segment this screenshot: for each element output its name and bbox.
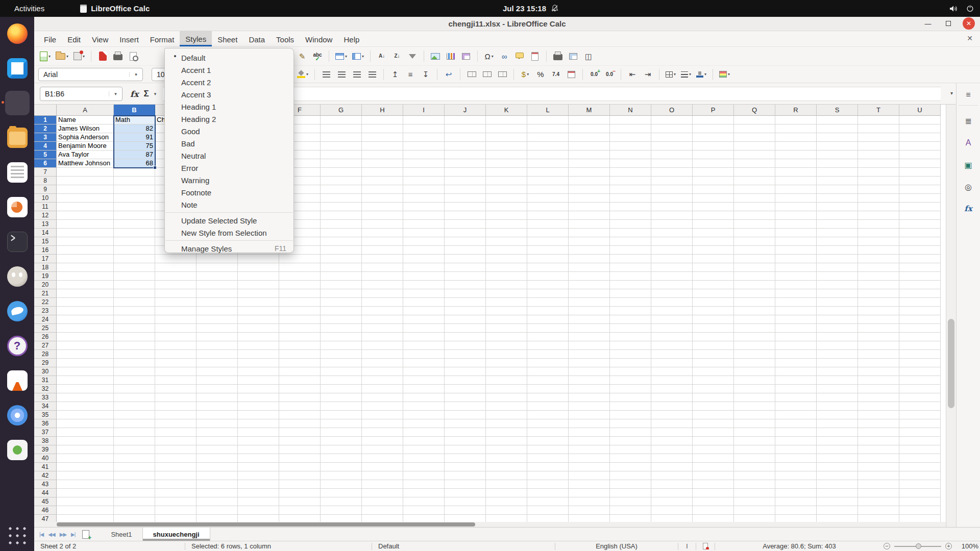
cell-L30[interactable] <box>527 367 569 376</box>
cell-J28[interactable] <box>445 350 486 359</box>
maximize-button[interactable] <box>942 17 954 30</box>
cell-C30[interactable] <box>155 367 197 376</box>
cell-H12[interactable] <box>362 211 403 220</box>
cell-T30[interactable] <box>858 367 899 376</box>
cell-A39[interactable] <box>57 445 114 454</box>
add-sheet-button[interactable] <box>82 530 89 539</box>
cell-R44[interactable] <box>775 489 817 497</box>
cell-S1[interactable] <box>817 116 858 124</box>
cell-K38[interactable] <box>486 437 527 445</box>
cell-C42[interactable] <box>155 471 197 480</box>
cell-R5[interactable] <box>775 151 817 159</box>
cell-K41[interactable] <box>486 463 527 471</box>
cell-H40[interactable] <box>362 454 403 463</box>
styles-menu-item-good[interactable]: Good <box>165 125 293 137</box>
cell-R12[interactable] <box>775 211 817 220</box>
column-header-J[interactable]: J <box>445 105 486 116</box>
cell-Q44[interactable] <box>734 489 775 497</box>
cell-E34[interactable] <box>238 402 279 411</box>
menu-help[interactable]: Help <box>338 31 365 46</box>
cell-K29[interactable] <box>486 359 527 367</box>
cell-N40[interactable] <box>610 454 651 463</box>
row-header-10[interactable]: 10 <box>34 194 57 203</box>
cell-J10[interactable] <box>445 194 486 203</box>
cell-T35[interactable] <box>858 411 899 419</box>
cell-L34[interactable] <box>527 402 569 411</box>
cell-D45[interactable] <box>197 497 238 506</box>
cell-P34[interactable] <box>693 402 734 411</box>
autofilter-button[interactable] <box>406 49 419 63</box>
cell-E28[interactable] <box>238 350 279 359</box>
cell-Q41[interactable] <box>734 463 775 471</box>
column-header-G[interactable]: G <box>321 105 362 116</box>
cell-U31[interactable] <box>899 376 941 385</box>
cell-J34[interactable] <box>445 402 486 411</box>
cell-T37[interactable] <box>858 428 899 437</box>
cell-U39[interactable] <box>899 445 941 454</box>
column-header-O[interactable]: O <box>651 105 693 116</box>
row-header-17[interactable]: 17 <box>34 255 57 263</box>
cell-Q26[interactable] <box>734 333 775 341</box>
cell-Q24[interactable] <box>734 315 775 324</box>
cell-U17[interactable] <box>899 255 941 263</box>
cell-S24[interactable] <box>817 315 858 324</box>
cell-A3[interactable]: Sophia Anderson <box>57 133 114 142</box>
cell-P19[interactable] <box>693 272 734 281</box>
cell-K46[interactable] <box>486 506 527 515</box>
cell-R30[interactable] <box>775 367 817 376</box>
cell-A14[interactable] <box>57 229 114 237</box>
cell-K33[interactable] <box>486 393 527 402</box>
cell-T22[interactable] <box>858 298 899 307</box>
cell-I6[interactable] <box>403 159 445 168</box>
add-decimal-place-button[interactable]: 0.0 <box>587 67 601 82</box>
language-status[interactable]: English (USA) <box>555 542 678 550</box>
cell-J27[interactable] <box>445 341 486 350</box>
row-header-20[interactable]: 20 <box>34 281 57 289</box>
cell-F25[interactable] <box>279 324 321 333</box>
cell-S31[interactable] <box>817 376 858 385</box>
cell-P31[interactable] <box>693 376 734 385</box>
cell-H7[interactable] <box>362 168 403 177</box>
cell-E26[interactable] <box>238 333 279 341</box>
cell-S25[interactable] <box>817 324 858 333</box>
cell-F23[interactable] <box>279 307 321 315</box>
cell-S43[interactable] <box>817 480 858 489</box>
cell-H35[interactable] <box>362 411 403 419</box>
column-header-M[interactable]: M <box>569 105 610 116</box>
row-header-8[interactable]: 8 <box>34 177 57 185</box>
cell-O27[interactable] <box>651 341 693 350</box>
cell-M9[interactable] <box>569 185 610 194</box>
cell-G36[interactable] <box>321 419 362 428</box>
cell-L44[interactable] <box>527 489 569 497</box>
cell-F42[interactable] <box>279 471 321 480</box>
cell-L4[interactable] <box>527 142 569 151</box>
cell-D29[interactable] <box>197 359 238 367</box>
row-header-47[interactable]: 47 <box>34 515 57 522</box>
cell-L22[interactable] <box>527 298 569 307</box>
name-box[interactable]: B1:B6 ▾ <box>40 87 122 101</box>
cell-T46[interactable] <box>858 506 899 515</box>
cell-E43[interactable] <box>238 480 279 489</box>
cell-M44[interactable] <box>569 489 610 497</box>
cell-F19[interactable] <box>279 272 321 281</box>
cell-R26[interactable] <box>775 333 817 341</box>
column-header-L[interactable]: L <box>527 105 569 116</box>
cell-S35[interactable] <box>817 411 858 419</box>
cell-D36[interactable] <box>197 419 238 428</box>
cell-J14[interactable] <box>445 229 486 237</box>
cell-Q20[interactable] <box>734 281 775 289</box>
cell-M4[interactable] <box>569 142 610 151</box>
cell-O5[interactable] <box>651 151 693 159</box>
cell-L25[interactable] <box>527 324 569 333</box>
cell-J4[interactable] <box>445 142 486 151</box>
cell-K21[interactable] <box>486 289 527 298</box>
insert-chart-button[interactable] <box>444 49 457 63</box>
cell-L47[interactable] <box>527 515 569 522</box>
cell-U27[interactable] <box>899 341 941 350</box>
cell-F17[interactable] <box>279 255 321 263</box>
currency-format-button[interactable]: $▾ <box>519 67 532 82</box>
cell-D40[interactable] <box>197 454 238 463</box>
zoom-slider-thumb[interactable] <box>916 543 921 549</box>
cell-D35[interactable] <box>197 411 238 419</box>
dock-item-show-apps[interactable] <box>5 523 30 548</box>
